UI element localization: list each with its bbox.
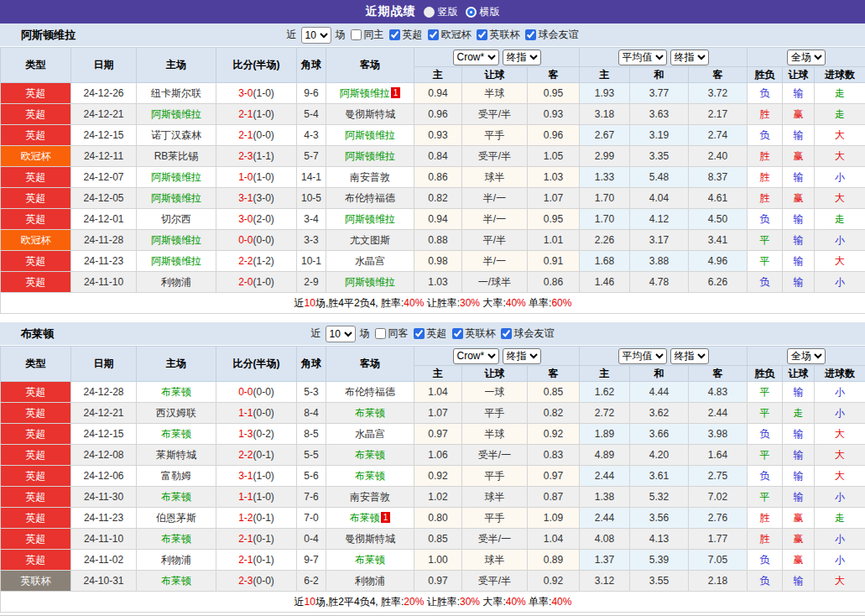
same-venue-checkbox[interactable] (351, 29, 362, 40)
summary-text: 40% (506, 297, 526, 309)
handicap-cell: 球半 (462, 550, 528, 571)
league-checkbox-2[interactable] (452, 328, 463, 339)
avg-home-odds-cell: 3.18 (580, 104, 630, 125)
horizontal-layout-radio[interactable] (466, 7, 477, 18)
goals-result-cell: 小 (815, 487, 865, 508)
home-odds-cell: 0.88 (414, 230, 462, 251)
avg-draw-odds-cell: 3.62 (630, 403, 689, 424)
home-odds-cell: 0.97 (414, 424, 462, 445)
away-team-cell: 尤文图斯 (326, 230, 414, 251)
score-cell: 1-1(1-0) (216, 487, 297, 508)
away-team-cell: 南安普敦 (326, 487, 414, 508)
date-cell: 24-11-28 (71, 230, 137, 251)
halftime-score: (0-0) (253, 234, 274, 246)
avg-home-odds-cell: 1.38 (580, 487, 630, 508)
league-checkbox-1[interactable] (414, 328, 425, 339)
goals-result-cell: 大 (815, 445, 865, 466)
avg-away-odds-cell: 2.40 (689, 146, 748, 167)
corner-cell: 9-6 (297, 83, 326, 104)
league-cell: 英超 (1, 424, 71, 445)
team-label: 阿斯顿维拉 (345, 150, 395, 162)
fulltime-score: 1-1 (238, 491, 253, 503)
league-checkbox-4[interactable] (525, 29, 536, 40)
home-odds-cell: 0.97 (414, 571, 462, 592)
odds-provider-select[interactable]: Crow* (453, 348, 499, 364)
horizontal-layout-option[interactable]: 横版 (466, 5, 500, 19)
goals-result-cell: 大 (815, 466, 865, 487)
summary-text: 近 (294, 297, 305, 309)
team-label: 布伦特福德 (345, 192, 395, 204)
halftime-score: (1-0) (253, 491, 274, 503)
fulltime-score: 2-2 (238, 255, 253, 267)
team-label: 阿斯顿维拉 (345, 213, 395, 225)
away-odds-cell: 0.92 (528, 571, 580, 592)
summary-row: 近10场,胜4平2负4, 胜率:40% 让胜率:30% 大率:40% 单率:60… (1, 293, 865, 314)
avg-home-odds-cell: 2.26 (580, 230, 630, 251)
goals-result-cell: 小 (815, 272, 865, 293)
away-odds-cell: 0.95 (528, 209, 580, 230)
team-label: 切尔西 (161, 213, 191, 225)
goals-result-cell: 走 (815, 209, 865, 230)
score-cell: 3-0(1-0) (216, 83, 297, 104)
avg-draw-odds-cell: 5.48 (630, 167, 689, 188)
avg-draw-odds-cell: 4.20 (630, 445, 689, 466)
average-odds-select[interactable]: 平均值 (618, 50, 667, 65)
league-cell: 英超 (1, 382, 71, 403)
team-label: 南安普敦 (350, 171, 390, 183)
final-odds-select[interactable]: 终指 (503, 50, 541, 65)
league-cell: 英超 (1, 125, 71, 146)
team-label: 阿斯顿维拉 (340, 87, 390, 99)
team-label: 布莱顿 (355, 449, 385, 461)
match-row: 英超24-12-15诺丁汉森林2-1(0-0)4-3阿斯顿维拉0.93平手0.9… (1, 125, 865, 146)
date-cell: 24-11-10 (71, 529, 137, 550)
avg-away-odds-cell: 4.96 (689, 251, 748, 272)
sub-header-进球数: 进球数 (815, 366, 865, 382)
handicap-cell: 平手 (462, 466, 528, 487)
final-odds-select[interactable]: 终指 (503, 348, 541, 364)
league-checkbox-2[interactable] (428, 29, 439, 40)
fulltime-score: 1-1 (238, 407, 253, 419)
away-odds-cell: 0.83 (528, 445, 580, 466)
avg-away-odds-cell: 2.75 (689, 466, 748, 487)
score-cell: 2-2(0-1) (216, 445, 297, 466)
team-label: 布莱顿 (161, 575, 191, 587)
league-checkbox-1[interactable] (389, 29, 400, 40)
league-checkbox-3[interactable] (477, 29, 487, 40)
league-checkbox-label: 英联杯 (490, 28, 520, 42)
odds-provider-select[interactable]: Crow* (453, 50, 499, 65)
handicap-result-cell: 输 (783, 445, 815, 466)
full-match-select[interactable]: 全场 (787, 348, 826, 364)
full-match-select[interactable]: 全场 (787, 50, 826, 65)
handicap-result-cell: 走 (783, 403, 815, 424)
team-label: 布莱顿 (350, 512, 380, 524)
halftime-score: (0-1) (253, 449, 274, 461)
section-bar-2: 布莱顿近10场同客英超英联杯球会友谊 (0, 322, 865, 346)
corner-cell: 8-4 (297, 403, 326, 424)
vertical-layout-option[interactable]: 竖版 (424, 5, 458, 19)
league-checkbox-3[interactable] (501, 328, 512, 339)
team-label: 布莱顿 (161, 428, 191, 440)
average-odds-select[interactable]: 平均值 (618, 348, 667, 364)
avg-draw-odds-cell: 3.56 (630, 508, 689, 529)
match-count-select[interactable]: 10 (326, 326, 356, 342)
avg-home-odds-cell: 3.12 (580, 571, 630, 592)
summary-text: 30% (460, 297, 480, 309)
home-team-cell: 利物浦 (137, 272, 216, 293)
halftime-score: (1-2) (253, 255, 274, 267)
final-odds-select-2[interactable]: 终指 (670, 50, 709, 65)
result-cell: 负 (748, 424, 783, 445)
same-venue-label: 同主 (364, 28, 384, 42)
away-team-cell: 水晶宫 (326, 424, 414, 445)
result-cell: 负 (748, 550, 783, 571)
goals-result-cell: 大 (815, 571, 865, 592)
final-odds-select-2[interactable]: 终指 (670, 348, 709, 364)
same-venue-checkbox[interactable] (375, 328, 386, 339)
home-odds-cell: 0.98 (414, 251, 462, 272)
score-cell: 2-1(0-1) (216, 550, 297, 571)
match-row: 欧冠杯24-12-11RB莱比锡2-3(1-1)5-7阿斯顿维拉0.84受平/半… (1, 146, 865, 167)
home-odds-cell: 1.00 (414, 550, 462, 571)
match-count-select[interactable]: 10 (301, 27, 331, 44)
away-team-cell: 阿斯顿维拉 (326, 125, 414, 146)
home-odds-cell: 0.94 (414, 83, 462, 104)
vertical-layout-radio[interactable] (424, 7, 435, 18)
